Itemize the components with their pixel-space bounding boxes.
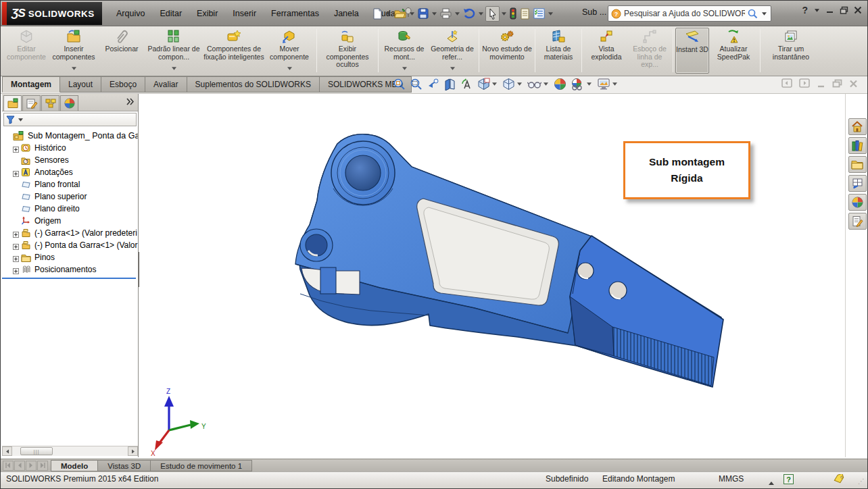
insert-components-dropdown-icon[interactable] — [70, 61, 78, 75]
save-dropdown-icon[interactable] — [432, 12, 437, 16]
search-input[interactable] — [624, 9, 745, 18]
property-manager-tab[interactable] — [22, 95, 41, 111]
tab-first-icon[interactable] — [3, 461, 14, 471]
bill-of-materials-button[interactable]: Lista de materiais — [537, 28, 579, 74]
configuration-manager-tab[interactable] — [41, 95, 59, 111]
tree-item-sensores[interactable]: Sensores — [2, 154, 138, 166]
expand-icon[interactable] — [13, 230, 19, 236]
collapse-pane-left-button[interactable] — [781, 78, 792, 91]
undo-button[interactable] — [462, 7, 477, 20]
menu-editar[interactable]: Editar — [152, 5, 189, 22]
new-motion-study-button[interactable]: Novo estudo de movimento — [481, 28, 533, 74]
help-button[interactable]: ? — [802, 5, 808, 16]
unit-system-dropdown-icon[interactable] — [769, 478, 774, 487]
tree-item-garra[interactable]: (-) Garra<1> (Valor predeteri — [2, 227, 138, 239]
search-dropdown-icon[interactable] — [762, 12, 767, 16]
save-button[interactable] — [416, 7, 430, 20]
mate-button[interactable]: Posicionar — [99, 28, 144, 74]
tab-esboco[interactable]: Esboço — [101, 76, 145, 93]
view-settings-icon[interactable] — [597, 78, 619, 91]
edit-appearance-icon[interactable] — [554, 78, 566, 91]
doc-restore-button[interactable] — [832, 78, 842, 91]
assembly-features-dropdown-icon[interactable] — [401, 61, 408, 75]
quick-tips-button[interactable]: ? — [783, 474, 794, 484]
annotation-views-icon[interactable] — [460, 78, 473, 91]
menu-inserir[interactable]: Inserir — [225, 5, 264, 22]
tab-suplementos[interactable]: Suplementos do SOLIDWORKS — [187, 76, 320, 93]
exploded-view-button[interactable]: Vista explodida — [584, 28, 629, 74]
previous-view-icon[interactable] — [427, 78, 439, 91]
collapse-pane-right-button[interactable] — [799, 78, 810, 91]
annotation-callout[interactable]: Sub montagem Rígida — [623, 141, 750, 199]
rollback-bar[interactable] — [2, 278, 136, 279]
tab-layout[interactable]: Layout — [60, 76, 101, 93]
panel-expand-icon[interactable] — [126, 96, 134, 108]
edit-component-button[interactable]: Editar componente — [5, 28, 48, 74]
expand-icon[interactable] — [13, 145, 19, 151]
open-dropdown-icon[interactable] — [410, 12, 414, 16]
tab-estudo-de-movimento[interactable]: Estudo de movimento 1 — [151, 460, 252, 471]
solidworks-resources-button[interactable] — [848, 118, 867, 135]
apply-scene-dropdown-icon[interactable] — [587, 82, 592, 86]
move-component-button[interactable]: Mover componente — [264, 28, 314, 74]
expand-icon[interactable] — [13, 242, 19, 249]
filter-dropdown-icon[interactable] — [18, 118, 23, 122]
interference-light-icon[interactable] — [508, 6, 518, 21]
expand-icon[interactable] — [13, 255, 19, 261]
show-hidden-components-button[interactable]: Exibir componentes ocultos — [319, 28, 376, 74]
tab-avaliar[interactable]: Avaliar — [145, 76, 187, 93]
view-settings-dropdown-icon[interactable] — [612, 82, 617, 86]
view-palette-button[interactable] — [848, 175, 867, 192]
zoom-to-fit-icon[interactable] — [393, 78, 406, 91]
restore-button[interactable] — [840, 6, 848, 14]
hide-show-items-icon[interactable] — [527, 78, 550, 91]
scroll-left-icon[interactable] — [2, 446, 12, 456]
smart-fasteners-button[interactable]: Componentes de fixação inteligentes — [203, 28, 264, 74]
graphics-viewport[interactable]: Z Y X Sub montagem Rígida — [139, 94, 868, 457]
assembly-features-button[interactable]: Recursos de mont... — [381, 28, 428, 74]
display-style-dropdown-icon[interactable] — [517, 82, 522, 86]
help-dropdown-icon[interactable] — [815, 9, 819, 12]
tree-item-historico[interactable]: Histórico — [2, 142, 138, 154]
tree-root-assembly[interactable]: Sub Montagem_ Ponta da Garra — [2, 130, 138, 142]
scroll-right-icon[interactable] — [128, 446, 138, 456]
file-explorer-button[interactable] — [848, 156, 867, 173]
reference-geometry-button[interactable]: Geometria de refer... — [428, 28, 477, 74]
new-document-button[interactable] — [371, 7, 384, 21]
tree-item-plano-superior[interactable]: Plano superior — [2, 190, 138, 203]
design-library-button[interactable] — [848, 137, 867, 154]
display-style-icon[interactable] — [502, 78, 523, 91]
tab-next-icon[interactable] — [26, 461, 37, 471]
view-orientation-icon[interactable] — [477, 78, 498, 91]
options-dropdown-icon[interactable] — [548, 12, 553, 16]
doc-close-button[interactable] — [849, 78, 858, 91]
hide-show-dropdown-icon[interactable] — [544, 82, 548, 86]
undo-dropdown-icon[interactable] — [479, 12, 483, 16]
tab-modelo[interactable]: Modelo — [51, 460, 98, 471]
assembly-3d-model[interactable]: Z Y X — [139, 94, 868, 457]
tree-filter-bar[interactable] — [3, 113, 137, 126]
menu-arquivo[interactable]: Arquivo — [109, 5, 152, 22]
select-button[interactable] — [485, 6, 500, 22]
expand-icon[interactable] — [13, 170, 19, 176]
expand-icon[interactable] — [13, 267, 19, 273]
insert-components-button[interactable]: Inserir componentes — [48, 28, 99, 74]
print-button[interactable] — [439, 7, 453, 20]
zoom-to-area-icon[interactable] — [410, 78, 423, 91]
tree-item-ponta-da-garra[interactable]: (-) Ponta da Garra<1> (Valor — [2, 239, 138, 251]
tab-prev-icon[interactable] — [14, 461, 25, 471]
print-dropdown-icon[interactable] — [455, 12, 460, 16]
custom-properties-button[interactable] — [848, 213, 867, 230]
tree-item-origem[interactable]: Origem — [2, 215, 138, 227]
unit-system-label[interactable]: MMGS — [719, 474, 744, 484]
resize-grip[interactable]: ⋰ — [858, 478, 865, 485]
options-button[interactable] — [532, 7, 546, 20]
scroll-thumb[interactable]: ||| — [20, 447, 53, 455]
tab-montagem[interactable]: Montagem — [2, 76, 60, 93]
section-view-icon[interactable] — [443, 78, 456, 91]
tab-last-icon[interactable] — [37, 461, 48, 471]
properties-button[interactable] — [519, 7, 531, 21]
menu-ferramentas[interactable]: Ferramentas — [264, 5, 327, 22]
tree-item-posicionamentos[interactable]: Posicionamentos — [2, 263, 138, 276]
update-speedpak-button[interactable]: Atualizar SpeedPak — [709, 28, 758, 74]
